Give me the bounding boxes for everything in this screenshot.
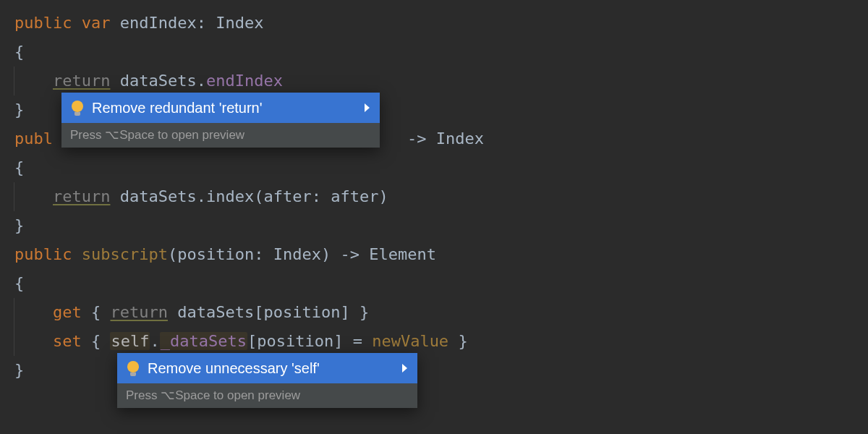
keyword-return: return (53, 187, 110, 205)
keyword-public: public (14, 245, 72, 263)
method: index (206, 187, 254, 205)
chevron-right-icon (402, 364, 407, 373)
keyword-public-fragment: publ (14, 129, 53, 148)
code-line-12: set { self._dataSets[position] = newValu… (14, 327, 868, 356)
code-line-11: get { return dataSets[position] } (14, 298, 868, 327)
keyword-get: get (53, 303, 82, 321)
intention-popup-2: Remove unnecessary 'self' Press ⌥Space t… (117, 353, 417, 408)
keyword-self: self (110, 332, 150, 350)
type: Index (216, 14, 263, 32)
code-line-10: { (14, 269, 868, 298)
index: position (263, 303, 340, 321)
keyword-newvalue: newValue (372, 332, 448, 350)
keyword-subscript: subscript (82, 245, 168, 263)
code-line-1: public var endIndex: Index (14, 9, 868, 38)
intention-action-remove-return[interactable]: Remove redundant 'return' (61, 93, 380, 123)
intention-hint: Press ⌥Space to open preview (117, 383, 417, 408)
intention-hint-label: Press ⌥Space to open preview (70, 121, 244, 150)
lightbulb-icon (70, 101, 85, 115)
code-line-2: { (14, 38, 868, 67)
lightbulb-icon (126, 361, 140, 375)
arrow: -> (340, 245, 359, 263)
keyword-return: return (53, 72, 110, 90)
identifier: dataSets (120, 72, 197, 90)
code-line-6: { (14, 153, 868, 182)
identifier: endIndex (120, 14, 197, 32)
intention-action-remove-self[interactable]: Remove unnecessary 'self' (117, 353, 417, 383)
type: Index (436, 129, 484, 148)
intention-popup-1: Remove redundant 'return' Press ⌥Space t… (61, 93, 380, 148)
intention-action-label: Remove redundant 'return' (92, 93, 263, 122)
type: Index (273, 245, 321, 263)
code-line-9: public subscript(position: Index) -> Ele… (14, 240, 868, 269)
type: Element (369, 245, 436, 263)
code-line-7: return dataSets.index(after: after) (14, 182, 868, 211)
identifier: dataSets (177, 303, 254, 321)
intention-hint-label: Press ⌥Space to open preview (126, 381, 300, 410)
argument: after (331, 187, 378, 205)
intention-hint: Press ⌥Space to open preview (61, 123, 380, 148)
arrow: -> (407, 129, 427, 148)
chevron-right-icon (365, 103, 370, 112)
keyword-var: var (82, 14, 111, 32)
arg-label: after (263, 187, 311, 205)
code-line-3: return dataSets.endIndex (14, 67, 868, 95)
index: position (257, 332, 333, 350)
param: position (177, 245, 254, 263)
code-editor[interactable]: public var endIndex: Index { return data… (0, 0, 868, 385)
code-line-8: } (14, 211, 868, 240)
keyword-set: set (53, 332, 82, 350)
intention-action-label: Remove unnecessary 'self' (148, 354, 320, 383)
identifier: dataSets (120, 187, 197, 205)
property: endIndex (206, 72, 283, 90)
keyword-public: public (14, 14, 72, 32)
keyword-return: return (110, 303, 167, 321)
field: _dataSets (160, 332, 247, 350)
